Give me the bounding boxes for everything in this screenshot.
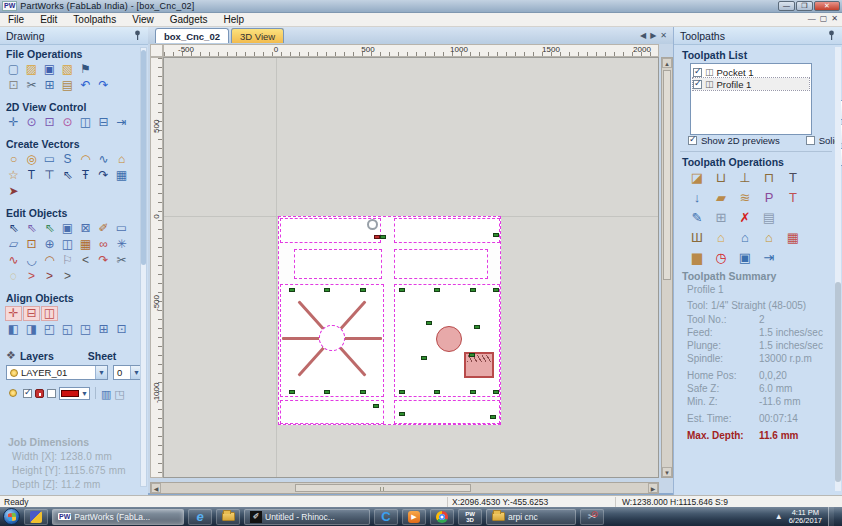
part-outline[interactable]	[394, 400, 500, 424]
zoom-box-icon[interactable]: ⊡	[41, 115, 58, 130]
tab-marker[interactable]	[360, 390, 366, 394]
drawing-panel-scrollbar[interactable]	[140, 47, 147, 487]
tab-marker[interactable]	[421, 356, 427, 360]
tab-marker[interactable]	[434, 390, 440, 394]
layer-color-swatch[interactable]: ▼	[59, 387, 90, 400]
draw-curve-icon[interactable]: ∿	[95, 152, 112, 167]
finishing-toolpath-icon[interactable]: ▰	[712, 189, 730, 207]
lasso-select-tool-icon[interactable]: ◌	[5, 269, 22, 284]
tab-marker[interactable]	[469, 353, 475, 357]
tab-close-icon[interactable]: ✕	[660, 31, 667, 40]
tab-marker[interactable]	[289, 390, 295, 394]
menu-gadgets[interactable]: Gadgets	[162, 14, 216, 25]
menu-file[interactable]: File	[0, 14, 32, 25]
star-center-circle[interactable]	[319, 325, 345, 351]
scroll-down-icon[interactable]: ▼	[662, 467, 672, 477]
chevron-down-icon[interactable]: ▼	[95, 366, 107, 379]
paste-array-icon[interactable]: ▦	[113, 168, 130, 183]
select-tool-icon[interactable]: ⇖	[5, 221, 22, 236]
title-bar[interactable]: PW PartWorks (FabLab India) - [box_Cnc_0…	[0, 0, 842, 13]
tab-marker[interactable]	[399, 288, 405, 292]
align-inside-left-icon[interactable]: ◰	[41, 322, 58, 337]
vertical-scrollbar[interactable]: ▲ ▼	[661, 57, 673, 478]
toolpath-checkbox[interactable]	[693, 80, 702, 89]
task-internet-explorer[interactable]: e	[188, 509, 212, 525]
zoom-selection-icon[interactable]: ⊙	[59, 115, 76, 130]
draw-circle-icon[interactable]: ○	[5, 152, 22, 167]
draw-polyline-icon[interactable]: S	[59, 152, 76, 167]
array-copy-tool-icon[interactable]: ▦	[77, 237, 94, 252]
estimate-machining-time-icon[interactable]: ◷	[712, 249, 730, 267]
minimize-button[interactable]: —	[778, 1, 795, 11]
draw-rectangle-icon[interactable]: ▭	[41, 152, 58, 167]
roughing-toolpath-icon[interactable]: ↓	[688, 189, 706, 207]
tool-database-icon[interactable]: Ш	[688, 229, 706, 247]
tab-marker[interactable]	[493, 233, 499, 237]
delete-node-tool-icon[interactable]: ⊠	[77, 221, 94, 236]
scroll-up-icon[interactable]: ▲	[662, 58, 672, 68]
tray-expand-icon[interactable]: ▲	[775, 512, 783, 521]
join-curves-tool-icon[interactable]: ∞	[95, 237, 112, 252]
open-loop-tool-icon[interactable]: ◠	[41, 253, 58, 268]
toolpath-item[interactable]: ◫Pocket 1	[693, 66, 809, 78]
explode-tool-icon[interactable]: ✂	[113, 253, 130, 268]
mdi-restore-button[interactable]: ▢	[820, 14, 828, 23]
delete-toolpath-icon[interactable]: ✗	[736, 209, 754, 227]
text-box-icon[interactable]: ⊤	[41, 168, 58, 183]
draw-text-icon[interactable]: T	[23, 168, 40, 183]
part-outline[interactable]	[394, 249, 488, 279]
zoom-fit-icon[interactable]: ⊟	[95, 115, 112, 130]
tab-scroll-left-icon[interactable]: ◀	[640, 31, 646, 40]
ring-vector[interactable]	[367, 219, 378, 230]
tab-marker[interactable]	[324, 390, 330, 394]
tab-marker[interactable]	[434, 288, 440, 292]
align-h-center-icon[interactable]: ⊞	[95, 322, 112, 337]
center-y-in-material-icon[interactable]: ◫	[41, 306, 58, 321]
menu-toolpaths[interactable]: Toolpaths	[65, 14, 124, 25]
drawing-viewport[interactable]	[163, 57, 659, 478]
part-outline[interactable]	[280, 218, 381, 243]
menu-view[interactable]: View	[124, 14, 162, 25]
horizontal-scrollbar[interactable]: ◀ ▶	[150, 482, 659, 494]
task-rhino[interactable]: ✐Untitled - Rhinoc...	[244, 509, 370, 525]
tab-marker[interactable]	[490, 415, 496, 419]
prism-carve-toolpath-icon[interactable]: P	[760, 189, 778, 207]
center-tool-icon[interactable]: ⊕	[41, 237, 58, 252]
draw-star-icon[interactable]: ☆	[5, 168, 22, 183]
copy-icon[interactable]: ⊞	[41, 78, 58, 93]
import-vectors-icon[interactable]: ▧	[59, 62, 76, 77]
layer-visibility-toggle[interactable]	[9, 389, 17, 397]
export-vectors-icon[interactable]: ⚑	[77, 62, 94, 77]
tab-marker[interactable]	[373, 404, 379, 408]
layer-lock-checkbox[interactable]	[47, 389, 56, 398]
redo-icon[interactable]: ↷	[95, 78, 112, 93]
close-loop-tool-icon[interactable]: ◡	[23, 253, 40, 268]
menu-help[interactable]: Help	[215, 14, 252, 25]
profile-toolpath-icon[interactable]: ◪	[688, 169, 706, 187]
toolpath-list[interactable]: ◫Pocket 1◫Profile 1 ↑ ↓	[690, 63, 812, 135]
task-chrome[interactable]	[430, 509, 454, 525]
task-corel[interactable]: C	[374, 509, 398, 525]
job-sheet[interactable]	[278, 216, 501, 425]
task-windows-explorer[interactable]	[216, 509, 240, 525]
menu-edit[interactable]: Edit	[32, 14, 65, 25]
toolpath-checkbox[interactable]	[693, 68, 702, 77]
center-x-in-material-icon[interactable]: ⊟	[23, 306, 40, 321]
save-drawing-icon[interactable]: ▣	[41, 62, 58, 77]
tab-marker[interactable]	[360, 288, 366, 292]
inlay-toolpath-icon[interactable]: ⊓	[760, 169, 778, 187]
recalculate-toolpath-icon[interactable]: ▤	[760, 209, 778, 227]
restore-button[interactable]: ❐	[796, 1, 813, 11]
post-process-icon[interactable]: ⇥	[760, 249, 778, 267]
pocket-preview-circle[interactable]	[436, 326, 462, 352]
move-to-layer-icon[interactable]: ▥	[101, 388, 111, 400]
free-transform-tool-icon[interactable]: ▭	[113, 221, 130, 236]
tab-marker[interactable]	[426, 321, 432, 325]
scroll-right-icon[interactable]: ▶	[648, 483, 658, 493]
node-edit-tool-icon[interactable]: ⇖	[23, 221, 40, 236]
drilling-toolpath-icon[interactable]: ⊥	[736, 169, 754, 187]
tab-marker[interactable]	[470, 288, 476, 292]
tab-marker[interactable]	[470, 390, 476, 394]
mdi-minimize-button[interactable]: —	[808, 14, 816, 23]
toolpaths-panel-scrollbar[interactable]	[835, 47, 841, 491]
